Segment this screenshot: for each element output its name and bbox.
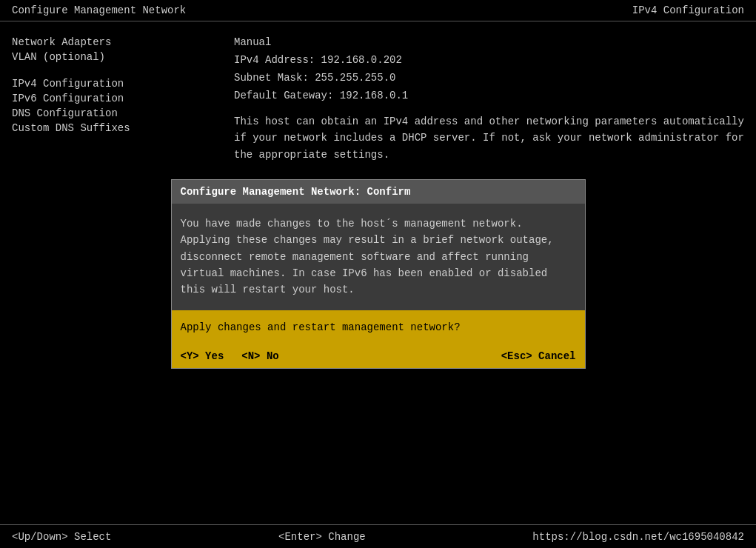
header-right-title: IPv4 Configuration — [632, 4, 744, 16]
dialog-question: Apply changes and restart management net… — [172, 310, 585, 344]
dialog-actions: <Y> Yes <N> No <Esc> Cancel — [172, 344, 585, 368]
sidebar-item-custom-dns[interactable]: Custom DNS Suffixes — [12, 122, 210, 134]
dialog-title: Configure Management Network: Confirm — [172, 180, 585, 204]
status-bar-center: <Enter> Change — [278, 531, 366, 543]
sidebar-item-ipv4[interactable]: IPv4 Configuration — [12, 78, 210, 90]
dialog-question-text: Apply changes and restart management net… — [181, 321, 461, 333]
sidebar-item-network-adapters[interactable]: Network Adapters — [12, 36, 210, 48]
cancel-button[interactable]: <Esc> Cancel — [501, 350, 576, 362]
ipv4-address: IPv4 Address: 192.168.0.202 — [234, 54, 744, 66]
sidebar-item-vlan[interactable]: VLAN (optional) — [12, 51, 210, 63]
screen: Configure Management Network IPv4 Config… — [0, 0, 756, 548]
confirm-dialog: Configure Management Network: Confirm Yo… — [171, 179, 586, 369]
sidebar-item-ipv6[interactable]: IPv6 Configuration — [12, 93, 210, 104]
default-gateway: Default Gateway: 192.168.0.1 — [234, 90, 744, 101]
no-button[interactable]: <N> No — [241, 350, 278, 362]
status-bar-right: https://blog.csdn.net/wc1695040842 — [532, 531, 744, 543]
menu-spacer — [12, 66, 210, 78]
yes-button[interactable]: <Y> Yes — [181, 350, 224, 362]
status-bar-left: <Up/Down> Select — [12, 531, 111, 543]
dialog-body-text: You have made changes to the host´s mana… — [181, 218, 554, 296]
header-bar: Configure Management Network IPv4 Config… — [0, 0, 756, 21]
header-left-title: Configure Management Network — [12, 4, 186, 16]
status-bar: <Up/Down> Select <Enter> Change https://… — [0, 524, 756, 548]
status-manual: Manual — [234, 36, 744, 48]
dialog-left-actions: <Y> Yes <N> No — [181, 350, 279, 362]
ipv4-description: This host can obtain an IPv4 address and… — [234, 113, 744, 163]
sidebar-item-dns[interactable]: DNS Configuration — [12, 107, 210, 119]
subnet-mask: Subnet Mask: 255.255.255.0 — [234, 72, 744, 84]
dialog-body: You have made changes to the host´s mana… — [172, 204, 585, 310]
